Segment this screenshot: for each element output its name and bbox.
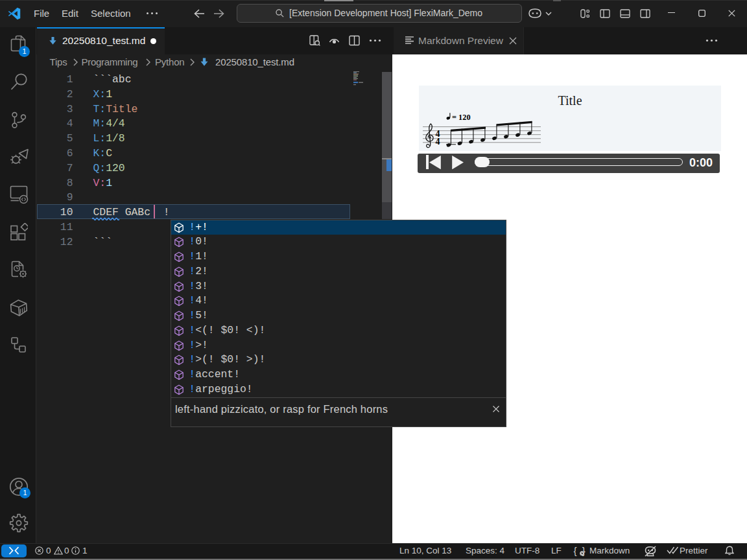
svg-text:= 120: = 120 [452, 113, 471, 122]
svg-text:4: 4 [436, 137, 440, 146]
